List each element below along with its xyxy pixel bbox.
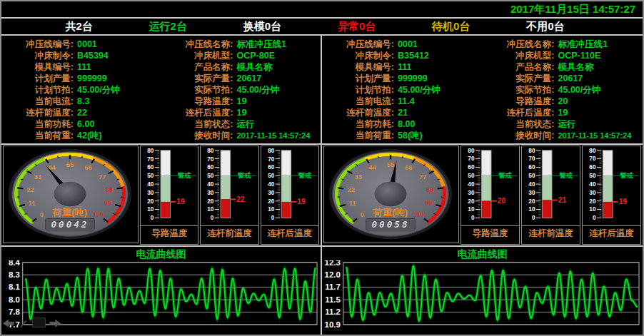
- chart-ytick-label: 12.0: [325, 270, 341, 279]
- thermometer: 01020304050607080警戒22连杆前温度: [200, 146, 258, 245]
- info-value: 111: [398, 61, 411, 73]
- info-row: 导路温度:20: [483, 96, 643, 107]
- svg-text:30: 30: [268, 190, 275, 196]
- gauge-title: 荷重(吨): [373, 207, 408, 218]
- gauge-tick-label: 66: [405, 164, 412, 171]
- svg-text:50: 50: [208, 173, 215, 179]
- svg-text:50: 50: [147, 173, 154, 179]
- svg-text:0: 0: [593, 215, 596, 221]
- chart-slider-handle[interactable]: [33, 318, 46, 327]
- gauge-tick-label: 22: [27, 186, 34, 193]
- status-item: 换模0台: [243, 20, 281, 34]
- thermometer-value: 21: [558, 196, 567, 204]
- machine-panels: 冲压线编号:0001冲床制令:B45394模具编号:111计划产量:999999…: [1, 36, 643, 335]
- thermometer-scale: 01020304050607080警戒19: [141, 146, 198, 225]
- info-label: 模具编号:: [1, 61, 74, 73]
- status-item: 不用0台: [526, 20, 564, 34]
- thermometer-value: 22: [237, 195, 246, 203]
- thermometer-value: 20: [498, 197, 506, 205]
- gauge-tick-label: 55: [387, 161, 394, 168]
- chart-ytick-label: 11.7: [325, 283, 341, 292]
- gauge-tick-label: 110: [413, 211, 424, 218]
- info-row: 接收时间:2017-11-15 14:57:24: [483, 130, 643, 141]
- status-item: 异常0台: [338, 20, 376, 34]
- info-column-2: 冲压线名称:标准冲压线1冲床机型:OCP-80E产品名称:模具名称实际产量:20…: [161, 39, 321, 143]
- info-value: 运行: [558, 118, 576, 130]
- load-gauge-box: 0112233445566778899110荷重(吨)00042: [3, 146, 139, 243]
- svg-text:40: 40: [589, 181, 596, 188]
- current-chart-title: 电流曲线图: [1, 248, 321, 260]
- machine-panel: 冲压线编号:0001冲床制令:B35412模具编号:111计划产量:999999…: [322, 36, 643, 335]
- svg-text:20: 20: [528, 198, 535, 205]
- info-label: 冲压线编号:: [322, 39, 394, 50]
- svg-text:40: 40: [468, 181, 475, 188]
- info-row: 冲压线编号:0001: [322, 39, 483, 50]
- info-row: 计划产量:999999: [322, 73, 483, 84]
- info-value: 模具名称: [237, 61, 273, 73]
- info-label: 连杆前温度:: [322, 107, 394, 118]
- chart-scroll-right-icon[interactable]: [49, 320, 61, 327]
- thermometer-scale: 01020304050607080警戒21: [522, 146, 580, 225]
- info-row: 冲压线名称:标准冲压线1: [483, 39, 643, 50]
- gauge-tick-label: 22: [348, 186, 355, 193]
- gauge-odometer: 00042: [51, 219, 89, 230]
- chart-ytick-label: 11.5: [325, 295, 341, 304]
- info-label: 冲压线名称:: [483, 39, 555, 50]
- svg-text:0: 0: [211, 215, 214, 221]
- svg-text:80: 80: [528, 148, 535, 154]
- chart-ytick-label: 8.4: [9, 260, 21, 266]
- info-row: 当前状态:运行: [161, 118, 321, 130]
- svg-text:70: 70: [147, 156, 154, 163]
- current-waveform: [26, 268, 316, 319]
- info-value: 标准冲压线1: [558, 39, 608, 50]
- info-row: 当前荷重:42(吨): [1, 130, 161, 141]
- svg-text:30: 30: [468, 190, 475, 196]
- info-label: 计划产量:: [322, 73, 394, 84]
- svg-text:0: 0: [532, 215, 535, 221]
- info-label: 模具编号:: [322, 61, 394, 73]
- info-row: 冲床制令:B45394: [1, 50, 161, 61]
- info-label: 当前功耗:: [1, 118, 74, 130]
- gauge-tick-label: 33: [355, 173, 362, 180]
- svg-text:10: 10: [528, 206, 535, 213]
- status-item: 待机0台: [432, 20, 470, 34]
- chart-ytick-label: 11.2: [325, 308, 341, 317]
- info-label: 导路温度:: [161, 96, 233, 107]
- info-label: 产品名称:: [483, 61, 555, 73]
- svg-text:20: 20: [589, 198, 596, 205]
- info-label: 实际产量:: [161, 73, 233, 84]
- info-row: 产品名称:模具名称: [483, 61, 643, 73]
- thermometer-group: 01020304050607080警戒20导路温度010203040506070…: [461, 146, 641, 245]
- gauge-row: 0112233445566778899110荷重(吨)00042 0102030…: [1, 145, 321, 247]
- info-row: 冲压线名称:标准冲压线1: [161, 39, 321, 50]
- warning-label: 警戒: [498, 172, 512, 179]
- gauge-tick-label: 44: [368, 164, 376, 171]
- svg-text:70: 70: [589, 156, 596, 163]
- info-label: 计划产量:: [1, 73, 74, 84]
- info-value: 19: [237, 107, 247, 118]
- info-value: 标准冲压线1: [237, 39, 286, 50]
- info-row: 当前电流:11.4: [322, 96, 483, 107]
- info-value: 8.3: [77, 96, 89, 107]
- warning-label: 警戒: [619, 172, 633, 179]
- machine-info-grid: 冲压线编号:0001冲床制令:B45394模具编号:111计划产量:999999…: [1, 36, 321, 145]
- gauge-tick-label: 66: [84, 164, 91, 171]
- info-value: 运行: [237, 118, 255, 130]
- info-label: 当前状态:: [483, 118, 555, 130]
- info-row: 当前状态:运行: [483, 118, 643, 130]
- info-row: 模具编号:111: [322, 61, 483, 73]
- warning-label: 警戒: [177, 172, 191, 179]
- info-value: B35412: [398, 50, 429, 61]
- info-row: 计划节拍:45.00/分钟: [1, 84, 161, 96]
- thermometer-value: 19: [619, 198, 628, 205]
- info-row: 连杆前温度:22: [1, 107, 161, 118]
- info-column-1: 冲压线编号:0001冲床制令:B35412模具编号:111计划产量:999999…: [322, 39, 483, 143]
- gauge-hub: [374, 182, 406, 206]
- svg-text:70: 70: [208, 156, 215, 163]
- info-label: 冲压线编号:: [1, 39, 74, 50]
- info-label: 实际节拍:: [161, 84, 233, 96]
- svg-text:80: 80: [268, 148, 275, 154]
- info-value: 0001: [77, 39, 97, 50]
- chart-ytick-label: 8.1: [9, 283, 20, 292]
- info-row: 产品名称:模具名称: [161, 61, 321, 73]
